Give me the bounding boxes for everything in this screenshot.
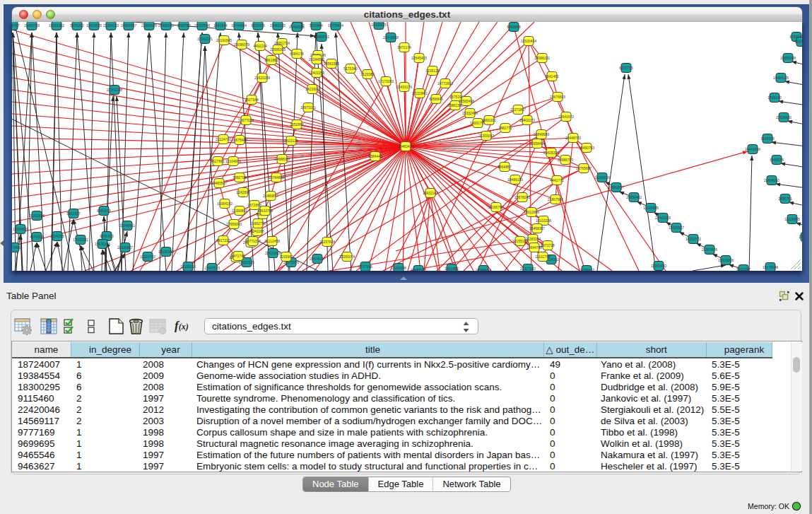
- svg-text:23883523: 23883523: [411, 268, 426, 271]
- svg-text:11530404: 11530404: [521, 39, 536, 43]
- svg-text:19442561: 19442561: [289, 25, 305, 29]
- svg-text:8984767: 8984767: [12, 23, 20, 28]
- svg-text:12371867: 12371867: [510, 107, 526, 112]
- svg-text:19152071: 19152071: [197, 37, 213, 41]
- svg-text:21300043: 21300043: [478, 134, 494, 138]
- svg-text:3129383: 3129383: [360, 72, 375, 76]
- svg-text:3148538: 3148538: [760, 136, 775, 141]
- svg-text:23549961: 23549961: [119, 223, 135, 228]
- svg-text:24962209: 24962209: [655, 216, 671, 220]
- svg-text:5562357: 5562357: [66, 211, 81, 216]
- svg-text:2435761: 2435761: [778, 197, 792, 201]
- svg-text:21807980: 21807980: [548, 197, 563, 201]
- svg-text:22026827: 22026827: [117, 245, 133, 250]
- svg-text:2040581: 2040581: [799, 235, 802, 239]
- svg-text:3582708: 3582708: [233, 175, 247, 180]
- svg-text:12774602: 12774602: [12, 245, 22, 250]
- svg-text:10103338: 10103338: [536, 218, 551, 223]
- svg-text:6241168: 6241168: [250, 229, 264, 233]
- svg-text:21662750: 21662750: [250, 221, 266, 226]
- svg-text:14325625: 14325625: [371, 23, 387, 27]
- svg-text:2507944: 2507944: [245, 98, 259, 102]
- svg-text:17605531: 17605531: [73, 238, 88, 242]
- svg-text:6053848: 6053848: [507, 25, 521, 29]
- svg-text:16644768: 16644768: [526, 245, 542, 250]
- svg-text:12104978: 12104978: [225, 159, 241, 163]
- svg-text:22302388: 22302388: [107, 88, 122, 92]
- svg-text:22433176: 22433176: [396, 85, 412, 89]
- svg-text:14932147: 14932147: [423, 191, 438, 195]
- svg-text:20357876: 20357876: [702, 247, 717, 252]
- svg-text:15678243: 15678243: [514, 195, 530, 199]
- svg-text:11390802: 11390802: [232, 209, 247, 213]
- svg-text:10561585: 10561585: [324, 62, 339, 66]
- svg-text:20631829: 20631829: [265, 251, 281, 255]
- svg-text:23528830: 23528830: [776, 115, 792, 119]
- svg-text:18555048: 18555048: [780, 56, 796, 60]
- svg-text:12402259: 12402259: [309, 71, 324, 75]
- svg-text:20490161: 20490161: [158, 23, 174, 28]
- svg-text:11108865: 11108865: [784, 217, 800, 221]
- svg-text:16744824: 16744824: [231, 23, 247, 28]
- svg-text:8280873: 8280873: [97, 209, 111, 213]
- svg-text:13947523: 13947523: [204, 266, 220, 270]
- svg-text:5641451: 5641451: [545, 74, 559, 78]
- svg-text:14252772: 14252772: [686, 237, 701, 241]
- svg-text:19178648: 19178648: [763, 265, 778, 269]
- svg-text:13958484: 13958484: [529, 141, 545, 146]
- svg-text:21483877: 21483877: [263, 194, 278, 198]
- svg-text:20604237: 20604237: [310, 257, 325, 261]
- svg-text:22212458: 22212458: [264, 239, 280, 243]
- svg-text:8917220: 8917220: [216, 238, 230, 243]
- svg-text:11102798: 11102798: [535, 255, 551, 259]
- svg-text:17173283: 17173283: [378, 79, 394, 83]
- svg-text:16862827: 16862827: [608, 185, 624, 189]
- svg-text:15131399: 15131399: [158, 250, 174, 254]
- svg-text:10784888: 10784888: [269, 175, 284, 180]
- svg-text:20244552: 20244552: [309, 57, 324, 62]
- svg-text:20460403: 20460403: [398, 144, 413, 148]
- svg-text:13677024: 13677024: [238, 118, 254, 122]
- svg-text:8797596: 8797596: [358, 264, 372, 269]
- svg-text:18971021: 18971021: [300, 105, 316, 110]
- svg-text:2052862: 2052862: [290, 122, 304, 127]
- svg-text:16983761: 16983761: [314, 35, 329, 39]
- svg-text:5501297: 5501297: [736, 267, 751, 271]
- svg-text:15332499: 15332499: [462, 111, 478, 115]
- svg-text:7623136: 7623136: [284, 139, 298, 143]
- svg-text:2482772: 2482772: [498, 126, 512, 130]
- svg-text:10384694: 10384694: [476, 268, 491, 271]
- svg-text:20770376: 20770376: [245, 239, 261, 243]
- svg-text:14688065: 14688065: [274, 157, 290, 161]
- svg-text:1672863: 1672863: [247, 203, 261, 207]
- svg-text:10861353: 10861353: [447, 103, 463, 107]
- svg-text:13264804: 13264804: [13, 227, 28, 231]
- svg-text:24951724: 24951724: [274, 41, 290, 45]
- svg-text:14084105: 14084105: [773, 76, 789, 80]
- svg-text:8084178: 8084178: [290, 52, 304, 56]
- svg-text:4990200: 4990200: [482, 118, 496, 122]
- svg-text:20191645: 20191645: [216, 38, 232, 42]
- svg-text:22995305: 22995305: [270, 47, 286, 52]
- svg-text:9664857: 9664857: [498, 165, 512, 169]
- svg-text:16448783: 16448783: [565, 136, 581, 140]
- svg-text:9961882: 9961882: [264, 58, 278, 62]
- svg-text:21320548: 21320548: [194, 23, 210, 28]
- svg-text:10364152: 10364152: [217, 201, 233, 206]
- svg-text:24339302: 24339302: [579, 268, 594, 271]
- svg-text:11166762: 11166762: [488, 205, 504, 209]
- svg-text:10040626: 10040626: [594, 175, 610, 180]
- svg-text:20986705: 20986705: [558, 158, 573, 162]
- svg-text:19765687: 19765687: [576, 166, 592, 170]
- svg-text:19481265: 19481265: [270, 23, 286, 28]
- svg-text:18450753: 18450753: [579, 146, 594, 150]
- svg-text:24441658: 24441658: [745, 147, 760, 151]
- svg-text:18486130: 18486130: [507, 177, 523, 182]
- svg-text:5376262: 5376262: [70, 23, 84, 28]
- svg-text:6087602: 6087602: [794, 40, 802, 44]
- svg-text:18012996: 18012996: [524, 210, 539, 214]
- svg-text:13641673: 13641673: [558, 115, 574, 119]
- svg-text:1961682: 1961682: [445, 267, 459, 271]
- svg-text:13086191: 13086191: [534, 56, 550, 60]
- svg-text:6348574: 6348574: [770, 158, 784, 162]
